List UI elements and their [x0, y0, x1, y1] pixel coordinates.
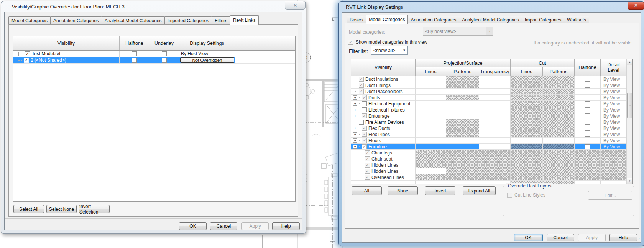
override-cell-cl[interactable]	[511, 107, 543, 113]
column-header-visibility[interactable]: Visibility	[13, 36, 120, 50]
expand-icon[interactable]: +	[353, 102, 357, 106]
expand-icon[interactable]: +	[353, 114, 357, 118]
visibility-checkbox[interactable]	[359, 89, 364, 94]
expand-icon[interactable]: +	[353, 126, 357, 130]
tab-basics[interactable]: Basics	[347, 16, 366, 24]
override-cell-pl[interactable]	[416, 131, 446, 138]
override-cell-pl[interactable]	[416, 119, 446, 125]
override-cell-cp[interactable]	[543, 82, 575, 89]
table-row[interactable]: Overhead Lines	[351, 174, 626, 181]
halftone-checkbox[interactable]	[585, 113, 590, 118]
override-cell-pp[interactable]	[446, 150, 479, 156]
override-cell-cl[interactable]	[511, 89, 543, 95]
column-header-underlay[interactable]: Underlay	[150, 36, 179, 50]
column-header-halftone[interactable]: Halftone	[575, 59, 601, 76]
override-cell-tr[interactable]	[479, 76, 511, 82]
visibility-checkbox[interactable]	[365, 175, 370, 180]
override-cell-cp[interactable]	[543, 144, 575, 150]
table-row[interactable]: Hidden Lines	[351, 168, 626, 174]
table-row[interactable]: −Test Model.rvtBy Host View	[13, 51, 295, 57]
override-cell-pl[interactable]	[416, 101, 446, 107]
override-cell-pp[interactable]	[446, 168, 479, 174]
ok-button[interactable]: OK	[514, 234, 543, 241]
detail-level-cell[interactable]: By View	[601, 82, 626, 89]
override-cell-pp[interactable]	[446, 95, 479, 101]
cancel-button[interactable]: Cancel	[547, 234, 574, 241]
visibility-checkbox[interactable]	[359, 120, 364, 125]
override-cell-tr[interactable]	[479, 144, 511, 150]
table-row[interactable]: Duct InsulationsBy View	[351, 76, 626, 82]
column-header-halftone[interactable]: Halftone	[120, 36, 150, 50]
override-cell-pp[interactable]	[446, 156, 479, 162]
override-cell-pp[interactable]	[446, 76, 479, 82]
override-cell-pl[interactable]	[416, 174, 446, 181]
close-icon[interactable]: ✕	[285, 1, 306, 10]
table-row[interactable]: +Flex PipesBy View	[351, 131, 626, 138]
override-cell-pl[interactable]	[416, 181, 446, 184]
halftone-checkbox[interactable]	[585, 126, 590, 131]
override-cell-pp[interactable]	[446, 119, 479, 125]
halftone-checkbox[interactable]	[132, 51, 137, 56]
detail-level-cell[interactable]	[601, 162, 626, 168]
override-cell-cl[interactable]	[511, 162, 543, 168]
override-cell-cl[interactable]	[511, 131, 543, 138]
override-cell-pp[interactable]	[446, 101, 479, 107]
visibility-checkbox[interactable]	[359, 77, 364, 82]
invert-button[interactable]: Invert	[425, 186, 455, 195]
scrollbar-thumb[interactable]: ≡	[627, 93, 633, 118]
resize-grip[interactable]: ⋰	[636, 238, 640, 241]
visibility-checkbox[interactable]	[365, 169, 370, 174]
table-row[interactable]	[351, 181, 626, 184]
halftone-checkbox[interactable]	[585, 77, 590, 82]
override-cell-pl[interactable]	[416, 82, 446, 89]
detail-level-cell[interactable]	[601, 156, 626, 162]
override-cell-pp[interactable]	[446, 89, 479, 95]
override-cell-pp[interactable]	[446, 138, 479, 144]
override-cell-cp[interactable]	[543, 76, 575, 82]
override-cell-pp[interactable]	[446, 82, 479, 89]
halftone-checkbox[interactable]	[585, 181, 590, 184]
vertical-scrollbar[interactable]: ▲ ≡ ▼	[626, 59, 633, 184]
override-cell-cp[interactable]	[543, 113, 575, 119]
detail-level-cell[interactable]: By View	[601, 144, 626, 150]
collapse-icon[interactable]: −	[353, 145, 357, 149]
tab-revit-links[interactable]: Revit Links	[230, 15, 259, 25]
underlay-checkbox[interactable]	[162, 58, 167, 63]
override-cell-pp[interactable]	[446, 181, 479, 184]
override-cell-tr[interactable]	[479, 174, 511, 181]
override-cell-cp[interactable]	[543, 131, 575, 138]
override-cell-tr[interactable]	[479, 162, 511, 168]
table-row[interactable]: Duct PlaceholdersBy View	[351, 89, 626, 95]
halftone-checkbox[interactable]	[585, 132, 590, 137]
override-cell-pl[interactable]	[416, 156, 446, 162]
override-cell-pl[interactable]	[416, 107, 446, 113]
override-cell-pl[interactable]	[416, 125, 446, 131]
override-cell-pl[interactable]	[416, 113, 446, 119]
halftone-checkbox[interactable]	[585, 144, 590, 149]
detail-level-cell[interactable]: By View	[601, 76, 626, 82]
override-cell-tr[interactable]	[479, 95, 511, 101]
detail-level-cell[interactable]: By View	[601, 95, 626, 101]
column-header-cut-patterns[interactable]: Patterns	[543, 67, 575, 76]
visibility-checkbox[interactable]	[362, 101, 367, 106]
override-cell-cl[interactable]	[511, 156, 543, 162]
column-header-display-settings[interactable]: Display Settings	[179, 36, 235, 50]
override-cell-pp[interactable]	[446, 144, 479, 150]
visibility-checkbox[interactable]	[362, 95, 367, 100]
override-cell-pl[interactable]	[416, 95, 446, 101]
override-cell-pp[interactable]	[446, 107, 479, 113]
override-cell-tr[interactable]	[479, 181, 511, 184]
tab-model-categories[interactable]: Model Categories	[366, 15, 408, 24]
halftone-checkbox[interactable]	[585, 101, 590, 106]
visibility-checkbox[interactable]	[362, 107, 367, 112]
select-all-button[interactable]: Select All	[13, 205, 44, 213]
none-button[interactable]: None	[388, 186, 418, 195]
override-cell-tr[interactable]	[479, 113, 511, 119]
override-cell-cp[interactable]	[543, 150, 575, 156]
visibility-checkbox[interactable]	[353, 181, 358, 184]
expand-icon[interactable]: +	[353, 138, 357, 143]
column-header-proj-patterns[interactable]: Patterns	[446, 67, 479, 76]
table-row[interactable]: Duct LiningsBy View	[351, 82, 626, 89]
override-cell-cp[interactable]	[543, 119, 575, 125]
invert-selection-button[interactable]: Invert Selection	[79, 205, 110, 213]
